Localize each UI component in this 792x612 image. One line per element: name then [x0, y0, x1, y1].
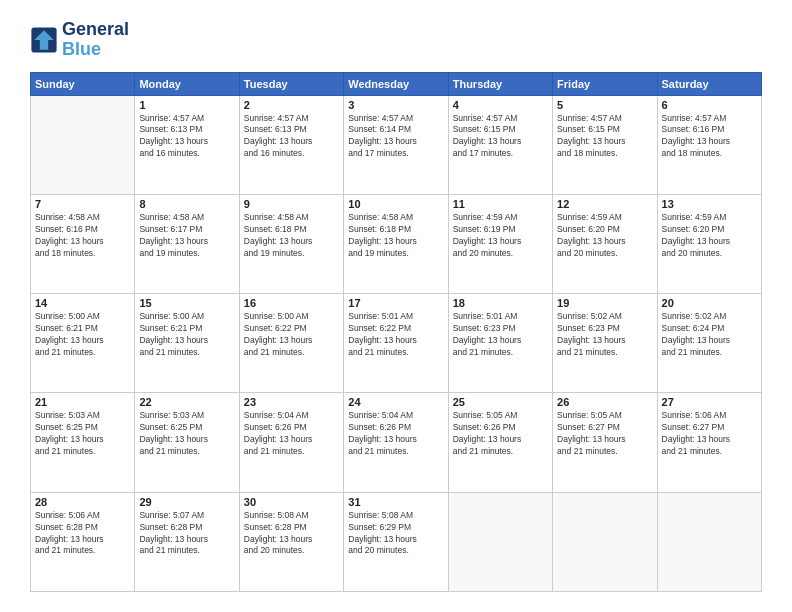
day-number: 18	[453, 297, 548, 309]
calendar-cell: 29Sunrise: 5:07 AMSunset: 6:28 PMDayligh…	[135, 492, 239, 591]
weekday-header-sunday: Sunday	[31, 72, 135, 95]
page: General Blue SundayMondayTuesdayWednesda…	[0, 0, 792, 612]
day-number: 2	[244, 99, 339, 111]
calendar-cell: 19Sunrise: 5:02 AMSunset: 6:23 PMDayligh…	[553, 294, 657, 393]
calendar-cell: 8Sunrise: 4:58 AMSunset: 6:17 PMDaylight…	[135, 194, 239, 293]
day-info: Sunrise: 4:59 AMSunset: 6:20 PMDaylight:…	[557, 212, 652, 260]
weekday-header-friday: Friday	[553, 72, 657, 95]
day-number: 17	[348, 297, 443, 309]
day-info: Sunrise: 4:57 AMSunset: 6:13 PMDaylight:…	[244, 113, 339, 161]
day-number: 24	[348, 396, 443, 408]
day-info: Sunrise: 4:57 AMSunset: 6:13 PMDaylight:…	[139, 113, 234, 161]
day-info: Sunrise: 5:06 AMSunset: 6:27 PMDaylight:…	[662, 410, 757, 458]
day-number: 9	[244, 198, 339, 210]
calendar-cell: 4Sunrise: 4:57 AMSunset: 6:15 PMDaylight…	[448, 95, 552, 194]
calendar-cell: 26Sunrise: 5:05 AMSunset: 6:27 PMDayligh…	[553, 393, 657, 492]
weekday-header-thursday: Thursday	[448, 72, 552, 95]
calendar-week-row: 7Sunrise: 4:58 AMSunset: 6:16 PMDaylight…	[31, 194, 762, 293]
day-number: 7	[35, 198, 130, 210]
calendar-cell: 2Sunrise: 4:57 AMSunset: 6:13 PMDaylight…	[239, 95, 343, 194]
calendar-cell: 31Sunrise: 5:08 AMSunset: 6:29 PMDayligh…	[344, 492, 448, 591]
day-number: 21	[35, 396, 130, 408]
logo-text: General Blue	[62, 20, 129, 60]
calendar-cell: 14Sunrise: 5:00 AMSunset: 6:21 PMDayligh…	[31, 294, 135, 393]
day-info: Sunrise: 5:08 AMSunset: 6:29 PMDaylight:…	[348, 510, 443, 558]
day-number: 12	[557, 198, 652, 210]
calendar-week-row: 14Sunrise: 5:00 AMSunset: 6:21 PMDayligh…	[31, 294, 762, 393]
calendar-cell: 15Sunrise: 5:00 AMSunset: 6:21 PMDayligh…	[135, 294, 239, 393]
calendar-week-row: 1Sunrise: 4:57 AMSunset: 6:13 PMDaylight…	[31, 95, 762, 194]
calendar-cell: 25Sunrise: 5:05 AMSunset: 6:26 PMDayligh…	[448, 393, 552, 492]
day-info: Sunrise: 5:03 AMSunset: 6:25 PMDaylight:…	[139, 410, 234, 458]
calendar-cell: 11Sunrise: 4:59 AMSunset: 6:19 PMDayligh…	[448, 194, 552, 293]
calendar-cell	[657, 492, 761, 591]
weekday-header-saturday: Saturday	[657, 72, 761, 95]
day-info: Sunrise: 4:57 AMSunset: 6:15 PMDaylight:…	[453, 113, 548, 161]
calendar-table: SundayMondayTuesdayWednesdayThursdayFrid…	[30, 72, 762, 592]
day-info: Sunrise: 4:57 AMSunset: 6:14 PMDaylight:…	[348, 113, 443, 161]
day-number: 5	[557, 99, 652, 111]
day-number: 6	[662, 99, 757, 111]
day-info: Sunrise: 5:02 AMSunset: 6:23 PMDaylight:…	[557, 311, 652, 359]
calendar-cell: 27Sunrise: 5:06 AMSunset: 6:27 PMDayligh…	[657, 393, 761, 492]
calendar-cell	[553, 492, 657, 591]
logo: General Blue	[30, 20, 129, 60]
day-info: Sunrise: 5:00 AMSunset: 6:21 PMDaylight:…	[35, 311, 130, 359]
day-number: 25	[453, 396, 548, 408]
day-info: Sunrise: 5:07 AMSunset: 6:28 PMDaylight:…	[139, 510, 234, 558]
calendar-cell: 20Sunrise: 5:02 AMSunset: 6:24 PMDayligh…	[657, 294, 761, 393]
day-info: Sunrise: 5:01 AMSunset: 6:22 PMDaylight:…	[348, 311, 443, 359]
day-info: Sunrise: 5:04 AMSunset: 6:26 PMDaylight:…	[348, 410, 443, 458]
calendar-cell: 23Sunrise: 5:04 AMSunset: 6:26 PMDayligh…	[239, 393, 343, 492]
logo-icon	[30, 26, 58, 54]
calendar-cell: 18Sunrise: 5:01 AMSunset: 6:23 PMDayligh…	[448, 294, 552, 393]
day-number: 3	[348, 99, 443, 111]
day-number: 30	[244, 496, 339, 508]
calendar-cell: 5Sunrise: 4:57 AMSunset: 6:15 PMDaylight…	[553, 95, 657, 194]
weekday-header-tuesday: Tuesday	[239, 72, 343, 95]
weekday-header-monday: Monday	[135, 72, 239, 95]
day-number: 13	[662, 198, 757, 210]
logo-line1: General	[62, 20, 129, 40]
day-info: Sunrise: 4:58 AMSunset: 6:18 PMDaylight:…	[244, 212, 339, 260]
day-info: Sunrise: 4:57 AMSunset: 6:16 PMDaylight:…	[662, 113, 757, 161]
calendar-cell: 10Sunrise: 4:58 AMSunset: 6:18 PMDayligh…	[344, 194, 448, 293]
weekday-header-wednesday: Wednesday	[344, 72, 448, 95]
day-number: 8	[139, 198, 234, 210]
day-info: Sunrise: 4:59 AMSunset: 6:19 PMDaylight:…	[453, 212, 548, 260]
day-number: 27	[662, 396, 757, 408]
day-number: 31	[348, 496, 443, 508]
calendar-cell: 17Sunrise: 5:01 AMSunset: 6:22 PMDayligh…	[344, 294, 448, 393]
day-info: Sunrise: 4:57 AMSunset: 6:15 PMDaylight:…	[557, 113, 652, 161]
day-number: 19	[557, 297, 652, 309]
day-number: 15	[139, 297, 234, 309]
day-info: Sunrise: 5:01 AMSunset: 6:23 PMDaylight:…	[453, 311, 548, 359]
day-info: Sunrise: 5:05 AMSunset: 6:27 PMDaylight:…	[557, 410, 652, 458]
day-info: Sunrise: 4:58 AMSunset: 6:17 PMDaylight:…	[139, 212, 234, 260]
calendar-cell: 22Sunrise: 5:03 AMSunset: 6:25 PMDayligh…	[135, 393, 239, 492]
calendar-cell: 13Sunrise: 4:59 AMSunset: 6:20 PMDayligh…	[657, 194, 761, 293]
calendar-cell: 3Sunrise: 4:57 AMSunset: 6:14 PMDaylight…	[344, 95, 448, 194]
calendar-cell: 1Sunrise: 4:57 AMSunset: 6:13 PMDaylight…	[135, 95, 239, 194]
calendar-cell: 30Sunrise: 5:08 AMSunset: 6:28 PMDayligh…	[239, 492, 343, 591]
calendar-header-row: SundayMondayTuesdayWednesdayThursdayFrid…	[31, 72, 762, 95]
day-info: Sunrise: 5:06 AMSunset: 6:28 PMDaylight:…	[35, 510, 130, 558]
calendar-week-row: 21Sunrise: 5:03 AMSunset: 6:25 PMDayligh…	[31, 393, 762, 492]
day-info: Sunrise: 4:58 AMSunset: 6:16 PMDaylight:…	[35, 212, 130, 260]
day-number: 26	[557, 396, 652, 408]
day-info: Sunrise: 5:08 AMSunset: 6:28 PMDaylight:…	[244, 510, 339, 558]
calendar-cell: 7Sunrise: 4:58 AMSunset: 6:16 PMDaylight…	[31, 194, 135, 293]
day-number: 4	[453, 99, 548, 111]
day-info: Sunrise: 5:02 AMSunset: 6:24 PMDaylight:…	[662, 311, 757, 359]
calendar-cell: 12Sunrise: 4:59 AMSunset: 6:20 PMDayligh…	[553, 194, 657, 293]
logo-line2: Blue	[62, 39, 101, 59]
day-info: Sunrise: 5:05 AMSunset: 6:26 PMDaylight:…	[453, 410, 548, 458]
day-number: 29	[139, 496, 234, 508]
calendar-cell: 21Sunrise: 5:03 AMSunset: 6:25 PMDayligh…	[31, 393, 135, 492]
calendar-cell: 6Sunrise: 4:57 AMSunset: 6:16 PMDaylight…	[657, 95, 761, 194]
calendar-cell	[31, 95, 135, 194]
day-number: 23	[244, 396, 339, 408]
calendar-week-row: 28Sunrise: 5:06 AMSunset: 6:28 PMDayligh…	[31, 492, 762, 591]
day-info: Sunrise: 4:58 AMSunset: 6:18 PMDaylight:…	[348, 212, 443, 260]
day-info: Sunrise: 5:03 AMSunset: 6:25 PMDaylight:…	[35, 410, 130, 458]
